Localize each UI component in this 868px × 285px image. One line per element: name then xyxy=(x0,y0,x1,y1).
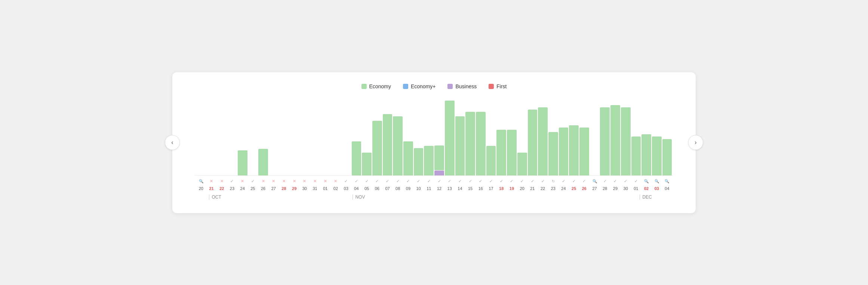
icon-cell: ✓ xyxy=(517,178,527,185)
bar-col xyxy=(238,101,247,175)
icon-cell: ✕ xyxy=(217,178,227,185)
icon-cell: ✕ xyxy=(300,178,310,185)
date-cell: 02 xyxy=(641,186,651,191)
legend-item-first: First xyxy=(489,83,507,89)
month-label: OCT xyxy=(209,194,221,200)
month-label: NOV xyxy=(353,194,365,200)
prev-button[interactable]: ‹ xyxy=(165,135,180,150)
x-icon: ✕ xyxy=(272,179,275,184)
date-cell: 17 xyxy=(486,186,496,191)
bar-economy xyxy=(548,132,558,175)
icon-cell: ✕ xyxy=(320,178,330,185)
date-cell: 31 xyxy=(310,186,320,191)
bar-col xyxy=(590,101,600,175)
icon-cell: ✓ xyxy=(476,178,486,185)
bar-col xyxy=(517,101,527,175)
legend-item-economy-plus: Economy+ xyxy=(403,83,436,89)
date-cell: 25 xyxy=(569,186,579,191)
date-cell: 11 xyxy=(424,186,434,191)
check-icon: ✓ xyxy=(355,179,358,184)
check-icon: ✓ xyxy=(406,179,410,184)
icon-cell: ✓ xyxy=(610,178,620,185)
bar-economy xyxy=(455,116,465,175)
date-cell: 23 xyxy=(227,186,237,191)
date-cell: 03 xyxy=(652,186,662,191)
bar-economy xyxy=(362,153,372,175)
bar-col xyxy=(465,101,475,175)
icon-cell: ✓ xyxy=(372,178,382,185)
date-cell: 13 xyxy=(445,186,455,191)
check-icon: ✓ xyxy=(489,179,493,184)
bar-col xyxy=(548,101,558,175)
date-cell: 27 xyxy=(590,186,600,191)
date-cell: 07 xyxy=(383,186,393,191)
bar-economy xyxy=(507,130,517,175)
bar-economy xyxy=(383,114,393,175)
icon-cell: ✓ xyxy=(507,178,517,185)
icon-cell: 🔍 xyxy=(652,178,662,185)
next-button[interactable]: › xyxy=(688,135,703,150)
bar-col xyxy=(652,101,662,175)
check-icon: ✓ xyxy=(634,179,638,184)
date-cell: 02 xyxy=(331,186,341,191)
search-icon: 🔍 xyxy=(592,179,597,183)
bar-business xyxy=(434,171,444,175)
x-icon: ✕ xyxy=(324,179,327,184)
check-icon: ✓ xyxy=(510,179,513,184)
icon-cell: ✕ xyxy=(331,178,341,185)
check-icon: ✓ xyxy=(251,179,255,184)
icon-cell: ✓ xyxy=(528,178,538,185)
date-cell: 21 xyxy=(528,186,538,191)
check-icon: ✓ xyxy=(572,179,576,184)
icon-cell: ✓ xyxy=(631,178,641,185)
bar-economy xyxy=(652,137,662,175)
icon-cell: ✓ xyxy=(496,178,506,185)
bar-economy xyxy=(600,107,610,175)
date-cell: 15 xyxy=(465,186,475,191)
check-icon: ✓ xyxy=(520,179,524,184)
bar-economy xyxy=(465,112,475,175)
icon-cell: ✓ xyxy=(403,178,413,185)
bar-col xyxy=(362,101,372,175)
check-icon: ✓ xyxy=(479,179,482,184)
bar-economy xyxy=(352,141,361,175)
dates-row: 2021222324252627282930310102030405060708… xyxy=(195,186,673,191)
icon-cell: ✓ xyxy=(341,178,351,185)
bar-col xyxy=(559,101,569,175)
bar-economy xyxy=(528,110,538,175)
bar-col xyxy=(662,101,672,175)
check-icon: ✓ xyxy=(541,179,545,184)
legend-item-business: Business xyxy=(447,83,477,89)
date-cell: 24 xyxy=(238,186,247,191)
date-cell: 01 xyxy=(631,186,641,191)
icon-cell: ✓ xyxy=(600,178,610,185)
x-icon: ✕ xyxy=(241,179,244,184)
date-cell: 25 xyxy=(248,186,258,191)
date-cell: 20 xyxy=(196,186,206,191)
bar-col xyxy=(383,101,393,175)
bar-col xyxy=(310,101,320,175)
x-icon: ✕ xyxy=(313,179,317,184)
search-icon: 🔍 xyxy=(655,179,659,183)
bar-col xyxy=(279,101,289,175)
bar-col xyxy=(569,101,579,175)
bar-col xyxy=(600,101,610,175)
bar-col xyxy=(579,101,589,175)
icon-cell: ✓ xyxy=(383,178,393,185)
bar-col xyxy=(269,101,278,175)
bar-economy xyxy=(538,107,548,175)
icon-cell: ✓ xyxy=(414,178,424,185)
bar-economy xyxy=(403,141,413,175)
month-label: DEC xyxy=(640,194,652,200)
icon-cell: ✓ xyxy=(621,178,631,185)
date-cell: 01 xyxy=(320,186,330,191)
legend-dot-business xyxy=(447,84,453,89)
date-cell: 28 xyxy=(600,186,610,191)
date-cell: 27 xyxy=(269,186,278,191)
months-row: OCTNOVDEC xyxy=(195,194,673,202)
bar-economy xyxy=(258,149,268,175)
bar-col xyxy=(621,101,631,175)
date-cell: 22 xyxy=(538,186,548,191)
bar-col xyxy=(610,101,620,175)
icon-cell: ✓ xyxy=(579,178,589,185)
